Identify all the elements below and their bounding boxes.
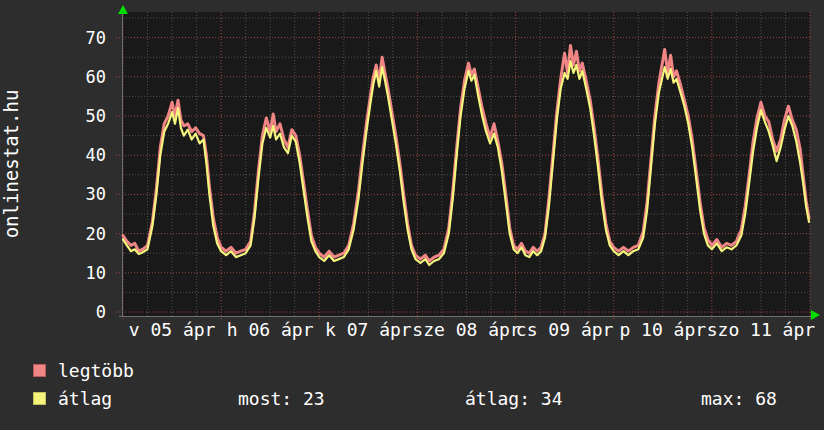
legtobb-legend-label: legtöbb bbox=[58, 360, 134, 382]
atlag-legend-label: átlag bbox=[58, 388, 112, 410]
atlag-swatch bbox=[33, 392, 46, 405]
y-tick-label: 0 bbox=[56, 302, 106, 322]
y-tick-label: 50 bbox=[56, 106, 106, 126]
legtobb-swatch bbox=[33, 364, 46, 377]
stats-graph-panel: onlinestat.hu 010203040506070 v 05 áprh … bbox=[0, 0, 824, 430]
y-tick-label: 30 bbox=[56, 184, 106, 204]
y-axis-arrow-icon bbox=[118, 5, 128, 14]
x-tick-label: szo 11 ápr bbox=[701, 320, 821, 340]
y-tick-label: 60 bbox=[56, 67, 106, 87]
stat-max: max: 68 bbox=[701, 388, 777, 410]
y-tick-label: 70 bbox=[56, 28, 106, 48]
stat-most: most: 23 bbox=[238, 388, 325, 410]
y-tick-label: 40 bbox=[56, 145, 106, 165]
stat-atlag: átlag: 34 bbox=[465, 388, 563, 410]
y-tick-label: 20 bbox=[56, 224, 106, 244]
y-tick-label: 10 bbox=[56, 263, 106, 283]
